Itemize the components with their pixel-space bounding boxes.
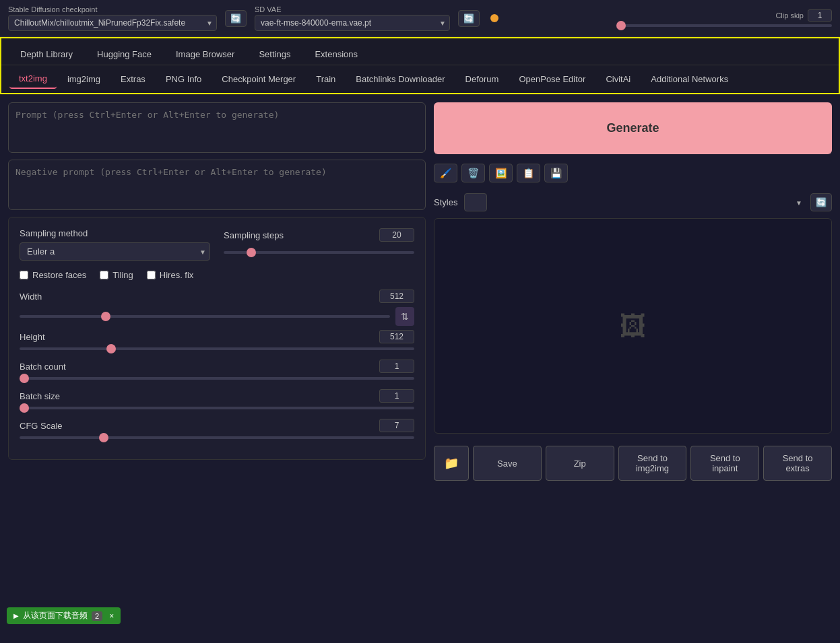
nav-top-hugging-face[interactable]: Hugging Face [86, 44, 162, 65]
trash-icon-button[interactable]: 🗑️ [461, 164, 485, 182]
height-label: Height [20, 332, 45, 342]
checkpoint-select[interactable]: ChilloutMix/chilloutmix_NiPrunedFp32Fix.… [8, 15, 217, 31]
cfg-scale-label: CFG Scale [20, 421, 63, 431]
vae-select[interactable]: vae-ft-mse-840000-ema.vae.pt [255, 15, 450, 31]
clip-skip-value-input[interactable] [808, 9, 832, 22]
batch-size-label-row: Batch size [20, 389, 414, 403]
height-slider[interactable] [20, 347, 414, 350]
save-icon-button[interactable]: 💾 [544, 164, 568, 182]
vae-status-dot [490, 14, 498, 22]
negative-prompt-box[interactable] [8, 160, 426, 210]
clip-skip-group: Clip skip [616, 9, 832, 27]
styles-select[interactable] [464, 193, 487, 211]
height-value[interactable] [379, 330, 414, 343]
tiling-checkbox[interactable]: Tiling [100, 270, 133, 280]
width-value[interactable] [379, 290, 414, 303]
tab-txt2img[interactable]: txt2img [9, 69, 57, 89]
bottom-buttons: 📁 Save Zip Send to img2img Send to inpai… [434, 446, 832, 481]
styles-arrow-icon: ▼ [796, 199, 802, 206]
cfg-scale-label-row: CFG Scale [20, 419, 414, 432]
tab-png-info[interactable]: PNG Info [156, 70, 211, 88]
vae-select-wrapper: vae-ft-mse-840000-ema.vae.pt ▼ [255, 15, 450, 31]
tab-additional-networks[interactable]: Additional Networks [641, 70, 738, 88]
image-icon-button[interactable]: 🖼️ [489, 164, 513, 182]
tiling-label: Tiling [112, 270, 133, 280]
batch-size-label: Batch size [20, 391, 60, 401]
nav-bottom: txt2img img2img Extras PNG Info Checkpoi… [1, 65, 839, 93]
vae-group: SD VAE vae-ft-mse-840000-ema.vae.pt ▼ [255, 5, 450, 31]
left-panel: Sampling method Euler a DPM++ 2M Karras … [8, 102, 426, 481]
nav-top: Depth Library Hugging Face Image Browser… [1, 38, 839, 65]
prompt-box[interactable] [8, 102, 426, 153]
batch-count-value[interactable] [379, 360, 414, 373]
tab-img2img[interactable]: img2img [58, 70, 110, 88]
save-button[interactable]: Save [473, 446, 542, 481]
styles-row: Styles ▼ 🔄 [434, 193, 832, 211]
cfg-scale-value[interactable] [379, 419, 414, 432]
clipboard-icon-button[interactable]: 📋 [517, 164, 540, 182]
image-preview: 🖼 [434, 218, 832, 434]
tab-extras[interactable]: Extras [111, 70, 155, 88]
send-to-extras-button[interactable]: Send to extras [763, 446, 832, 481]
clip-skip-slider-wrap [616, 24, 832, 27]
zip-button[interactable]: Zip [546, 446, 614, 481]
height-label-row: Height [20, 330, 414, 343]
checkpoint-select-wrapper: ChilloutMix/chilloutmix_NiPrunedFp32Fix.… [8, 15, 217, 31]
action-icons-row: 🖌️ 🗑️ 🖼️ 📋 💾 [434, 164, 832, 182]
restore-faces-input[interactable] [20, 271, 28, 279]
checkpoint-label: Stable Diffusion checkpoint [8, 5, 217, 13]
batch-size-value[interactable] [379, 389, 414, 403]
folder-button[interactable]: 📁 [434, 446, 469, 481]
sampling-method-select[interactable]: Euler a DPM++ 2M Karras DDIM [20, 242, 210, 261]
clip-skip-label-row: Clip skip [775, 9, 832, 22]
generate-button[interactable]: Generate [434, 102, 832, 154]
batch-count-slider[interactable] [20, 377, 414, 380]
top-bar: Stable Diffusion checkpoint ChilloutMix/… [0, 0, 840, 37]
sampling-steps-label: Sampling steps [224, 230, 284, 240]
clip-skip-slider[interactable] [616, 24, 832, 27]
tab-deforum[interactable]: Deforum [456, 70, 509, 88]
send-to-inpaint-button[interactable]: Send to inpaint [690, 446, 759, 481]
prompt-textarea[interactable] [15, 110, 418, 143]
tab-train[interactable]: Train [306, 70, 345, 88]
tiling-input[interactable] [100, 271, 108, 279]
sampling-steps-slider[interactable] [224, 251, 414, 254]
clip-skip-label: Clip skip [775, 11, 804, 20]
batch-count-label: Batch count [20, 362, 66, 372]
download-bar: ▶ 从该页面下载音频 2 × [7, 607, 121, 624]
send-to-img2img-button[interactable]: Send to img2img [618, 446, 687, 481]
nav-top-image-browser[interactable]: Image Browser [165, 44, 245, 65]
sampling-method-select-wrapper: Euler a DPM++ 2M Karras DDIM ▼ [20, 242, 210, 261]
hires-fix-label: Hires. fix [160, 270, 194, 280]
width-label-row: Width [20, 290, 414, 303]
nav-top-settings[interactable]: Settings [248, 44, 301, 65]
batch-size-slider[interactable] [20, 407, 414, 409]
negative-prompt-textarea[interactable] [15, 167, 418, 201]
play-icon: ▶ [13, 612, 19, 619]
nav-top-depth-library[interactable]: Depth Library [9, 44, 84, 65]
tab-batchlinks[interactable]: Batchlinks Downloader [346, 70, 454, 88]
tab-openpose[interactable]: OpenPose Editor [509, 70, 595, 88]
sampling-steps-value[interactable] [379, 228, 414, 242]
restore-faces-checkbox[interactable]: Restore faces [20, 270, 86, 280]
cfg-scale-slider[interactable] [20, 436, 414, 439]
checkpoint-refresh-button[interactable]: 🔄 [225, 10, 247, 27]
width-slider[interactable] [20, 315, 390, 318]
tab-civitai[interactable]: CivitAi [596, 70, 640, 88]
width-label: Width [20, 292, 42, 302]
paint-icon-button[interactable]: 🖌️ [434, 164, 457, 182]
settings-panel: Sampling method Euler a DPM++ 2M Karras … [8, 217, 426, 460]
main-content: Sampling method Euler a DPM++ 2M Karras … [0, 94, 840, 489]
nav-outer: Depth Library Hugging Face Image Browser… [0, 37, 840, 94]
hires-fix-input[interactable] [147, 271, 156, 279]
tab-checkpoint-merger[interactable]: Checkpoint Merger [212, 70, 305, 88]
image-placeholder-icon: 🖼 [620, 311, 647, 341]
swap-dimensions-button[interactable]: ⇅ [395, 307, 414, 326]
download-bar-close-button[interactable]: × [109, 611, 114, 621]
styles-refresh-button[interactable]: 🔄 [810, 193, 832, 211]
hires-fix-checkbox[interactable]: Hires. fix [147, 270, 194, 280]
vae-refresh-button[interactable]: 🔄 [458, 10, 480, 27]
batch-size-slider-row [20, 407, 414, 409]
styles-label: Styles [434, 197, 457, 207]
nav-top-extensions[interactable]: Extensions [304, 44, 368, 65]
